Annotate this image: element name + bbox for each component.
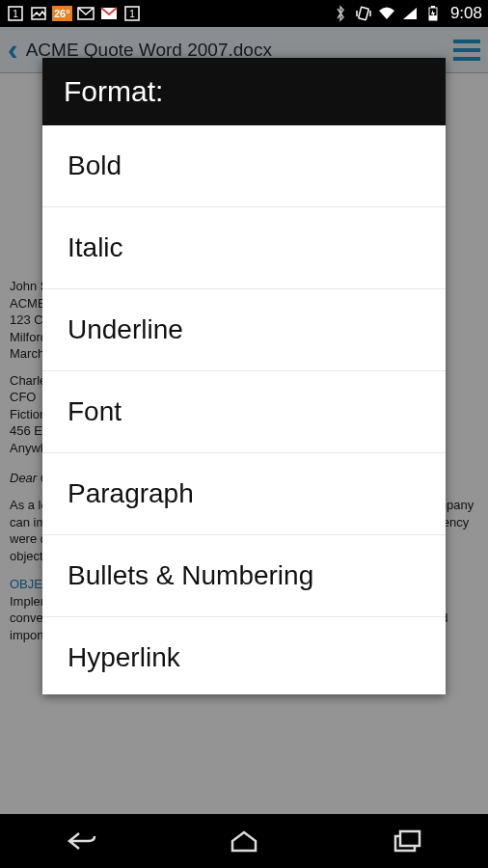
notification-icon-2: 1 — [122, 4, 142, 23]
battery-icon — [423, 4, 443, 23]
status-right: 9:08 — [331, 4, 482, 23]
format-item-underline[interactable]: Underline — [42, 289, 446, 371]
format-menu: Format: Bold Italic Underline Font Parag… — [42, 58, 446, 694]
nav-recent-button[interactable] — [364, 822, 450, 860]
nav-back-button[interactable] — [38, 822, 124, 860]
nav-home-button[interactable] — [201, 822, 287, 860]
wifi-icon — [377, 4, 396, 23]
format-item-italic[interactable]: Italic — [42, 207, 446, 289]
format-item-bullets[interactable]: Bullets & Numbering — [42, 535, 446, 617]
format-item-hyperlink[interactable]: Hyperlink — [42, 617, 446, 694]
svg-rect-14 — [400, 831, 420, 846]
svg-rect-11 — [431, 6, 435, 8]
svg-rect-7 — [358, 7, 368, 20]
format-item-font[interactable]: Font — [42, 371, 446, 453]
notification-icon: 1 — [6, 4, 25, 23]
format-item-bold[interactable]: Bold — [42, 125, 446, 207]
svg-text:1: 1 — [129, 9, 135, 19]
temperature-badge: 26° — [52, 6, 72, 21]
svg-text:1: 1 — [13, 9, 18, 19]
format-menu-header: Format: — [42, 58, 446, 125]
status-time: 9:08 — [450, 4, 482, 23]
bluetooth-icon — [331, 4, 350, 23]
signal-icon — [400, 4, 420, 23]
format-item-paragraph[interactable]: Paragraph — [42, 453, 446, 535]
mail-icon — [76, 4, 95, 23]
status-left: 1 26° 1 — [6, 4, 142, 23]
android-nav-bar — [0, 814, 488, 868]
status-bar: 1 26° 1 9:08 — [0, 0, 488, 27]
gmail-icon — [99, 4, 119, 23]
image-icon — [29, 4, 48, 23]
vibrate-icon — [354, 4, 373, 23]
